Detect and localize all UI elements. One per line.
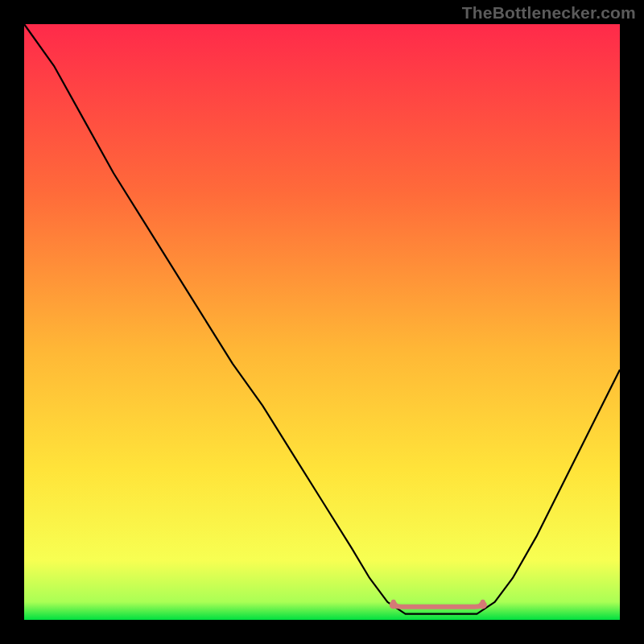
chart-container: TheBottleneсker.com: [0, 0, 644, 644]
optimal-range-end-icon: [479, 601, 487, 609]
optimal-range-start-icon: [390, 601, 398, 609]
plot-area: [24, 24, 620, 620]
bottleneck-chart: [0, 0, 644, 644]
watermark-text: TheBottleneсker.com: [462, 3, 636, 23]
